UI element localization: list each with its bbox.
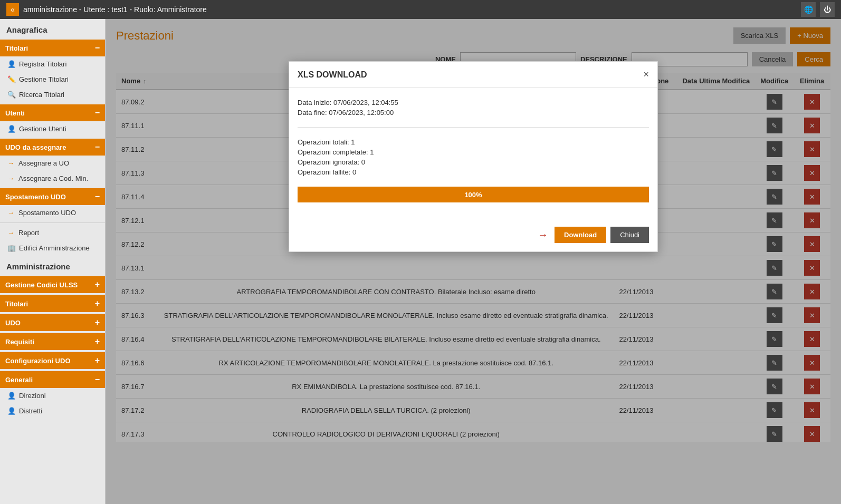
sidebar-item-report[interactable]: → Report: [0, 225, 105, 240]
sidebar-item-label: Gestione Titolari: [19, 75, 69, 83]
search-icon: 🔍: [7, 91, 16, 99]
sidebar-item-label: Ricerca Titolari: [19, 91, 64, 99]
modal-footer: → Download Chiudi: [289, 221, 657, 251]
ops-completate-label: Operazioni completate:: [298, 148, 368, 156]
sidebar-item-label: Direzioni: [19, 392, 46, 400]
ops-completate-value: 1: [370, 148, 374, 156]
sidebar-group-spostamento-label: Spostamento UDO: [5, 193, 66, 201]
sidebar-group-titolari-label: Titolari: [5, 44, 28, 52]
globe-button[interactable]: 🌐: [801, 2, 816, 17]
modal-info-block: Data inizio: 07/06/2023, 12:04:55 Data f…: [298, 99, 649, 128]
topbar: « amministrazione - Utente : test1 - Ruo…: [0, 0, 841, 19]
sidebar-group-udo-assegnare[interactable]: UDO da assegnare −: [0, 139, 105, 156]
ops-fallite-label: Operazioni fallite:: [298, 168, 350, 176]
data-fine-value: 07/06/2023, 12:05:00: [329, 109, 394, 117]
arrow-icon: →: [7, 229, 14, 237]
sidebar-item-direzioni[interactable]: 👤 Direzioni: [0, 388, 105, 403]
sidebar-divider: [0, 222, 105, 223]
topbar-left: « amministrazione - Utente : test1 - Ruo…: [6, 3, 207, 16]
ops-fallite-line: Operazioni fallite: 0: [298, 168, 649, 176]
ops-totali-value: 1: [351, 138, 355, 146]
sidebar-item-edifici[interactable]: 🏢 Edifici Amministrazione: [0, 240, 105, 256]
sidebar-item-label: Assegnare a UO: [18, 159, 69, 167]
edit-icon: ✏️: [7, 75, 16, 83]
plus-icon-udo2: +: [95, 318, 100, 327]
topbar-right: 🌐 ⏻: [801, 2, 835, 17]
modal-title: XLS DOWNLOAD: [298, 70, 367, 80]
data-fine-label: Data fine:: [298, 109, 327, 117]
data-inizio-label: Data inizio:: [298, 99, 331, 106]
download-button[interactable]: Download: [555, 227, 606, 243]
arrow-icon: →: [7, 209, 14, 217]
building-icon: 🏢: [7, 244, 16, 252]
sidebar-item-label: Distretti: [19, 407, 42, 415]
amministrazione-label: Amministrazione: [0, 256, 105, 274]
sidebar-group-titolari2-label: Titolari: [5, 300, 28, 308]
plus-icon-config: +: [95, 356, 100, 365]
sidebar-item-assegnare-cod[interactable]: → Assegnare a Cod. Min.: [0, 171, 105, 186]
progress-label: 100%: [464, 191, 482, 199]
ops-ignorata-label: Operazioni ignorata:: [298, 158, 359, 166]
ops-completate-line: Operazioni completate: 1: [298, 148, 649, 156]
modal-header: XLS DOWNLOAD ×: [289, 62, 657, 88]
sidebar-item-label: Report: [18, 229, 39, 237]
sidebar-item-gestione-utenti[interactable]: 👤 Gestione Utenti: [0, 121, 105, 137]
sidebar-group-udo2[interactable]: UDO +: [0, 314, 105, 331]
power-button[interactable]: ⏻: [820, 2, 835, 17]
sidebar: Anagrafica Titolari − 👤 Registra Titolar…: [0, 19, 106, 504]
sidebar-item-label: Gestione Utenti: [19, 125, 66, 133]
arrow-icon: →: [7, 175, 14, 182]
sidebar-group-utenti[interactable]: Utenti −: [0, 104, 105, 121]
modal-close-button[interactable]: ×: [643, 69, 649, 80]
anagrafica-label: Anagrafica: [0, 19, 105, 37]
ops-totali-label: Operazioni totali:: [298, 138, 349, 146]
minus-icon-generali: −: [95, 375, 100, 384]
sidebar-group-titolari2[interactable]: Titolari +: [0, 295, 105, 312]
minus-icon: −: [95, 43, 100, 53]
progress-bar-container: 100%: [298, 187, 649, 202]
sidebar-group-codici[interactable]: Gestione Codici ULSS +: [0, 276, 105, 293]
collapse-button[interactable]: «: [6, 3, 19, 16]
plus-icon-titolari2: +: [95, 299, 100, 308]
sidebar-item-label: Assegnare a Cod. Min.: [18, 175, 88, 182]
modal-overlay: XLS DOWNLOAD × Data inizio: 07/06/2023, …: [106, 19, 841, 504]
minus-icon-utenti: −: [95, 108, 100, 118]
data-inizio-line: Data inizio: 07/06/2023, 12:04:55: [298, 99, 649, 106]
chiudi-button[interactable]: Chiudi: [610, 227, 649, 243]
app-title: amministrazione - Utente : test1 - Ruolo…: [23, 5, 207, 14]
sidebar-item-ricerca-titolari[interactable]: 🔍 Ricerca Titolari: [0, 87, 105, 102]
sidebar-group-spostamento[interactable]: Spostamento UDO −: [0, 188, 105, 205]
sidebar-item-assegnare-uo[interactable]: → Assegnare a UO: [0, 156, 105, 171]
xls-download-modal: XLS DOWNLOAD × Data inizio: 07/06/2023, …: [289, 61, 658, 252]
ops-ignorata-value: 0: [361, 158, 365, 166]
sidebar-group-udo2-label: UDO: [5, 319, 21, 327]
ops-fallite-value: 0: [352, 168, 356, 176]
sidebar-item-registra-titolari[interactable]: 👤 Registra Titolari: [0, 56, 105, 72]
data-fine-line: Data fine: 07/06/2023, 12:05:00: [298, 109, 649, 117]
user-icon-dir: 👤: [7, 392, 16, 400]
layout: Anagrafica Titolari − 👤 Registra Titolar…: [0, 19, 841, 504]
ops-ignorata-line: Operazioni ignorata: 0: [298, 158, 649, 166]
user-icon: 👤: [7, 60, 16, 68]
user-icon-dist: 👤: [7, 407, 16, 415]
sidebar-group-udo-label: UDO da assegnare: [5, 143, 66, 151]
sidebar-item-spostamento-udo[interactable]: → Spostamento UDO: [0, 205, 105, 220]
sidebar-group-config-udo[interactable]: Configurazioni UDO +: [0, 352, 105, 369]
sidebar-item-distretti[interactable]: 👤 Distretti: [0, 403, 105, 419]
user-icon-utenti: 👤: [7, 125, 16, 133]
sidebar-item-gestione-titolari[interactable]: ✏️ Gestione Titolari: [0, 72, 105, 87]
main-content: Prestazioni Scarica XLS + Nuova NOME DES…: [106, 19, 841, 504]
minus-icon-udo: −: [95, 142, 100, 152]
sidebar-group-utenti-label: Utenti: [5, 109, 25, 117]
sidebar-group-requisiti[interactable]: Requisiti +: [0, 333, 105, 350]
sidebar-item-label: Spostamento UDO: [18, 209, 76, 217]
sidebar-group-titolari[interactable]: Titolari −: [0, 40, 105, 56]
ops-totali-line: Operazioni totali: 1: [298, 138, 649, 146]
arrow-icon: →: [7, 159, 14, 167]
sidebar-group-codici-label: Gestione Codici ULSS: [5, 281, 78, 289]
sidebar-group-config-label: Configurazioni UDO: [5, 357, 71, 365]
data-inizio-value: 07/06/2023, 12:04:55: [333, 99, 398, 106]
sidebar-group-generali[interactable]: Generali −: [0, 371, 105, 388]
plus-icon-requisiti: +: [95, 337, 100, 346]
minus-icon-spostamento: −: [95, 192, 100, 201]
